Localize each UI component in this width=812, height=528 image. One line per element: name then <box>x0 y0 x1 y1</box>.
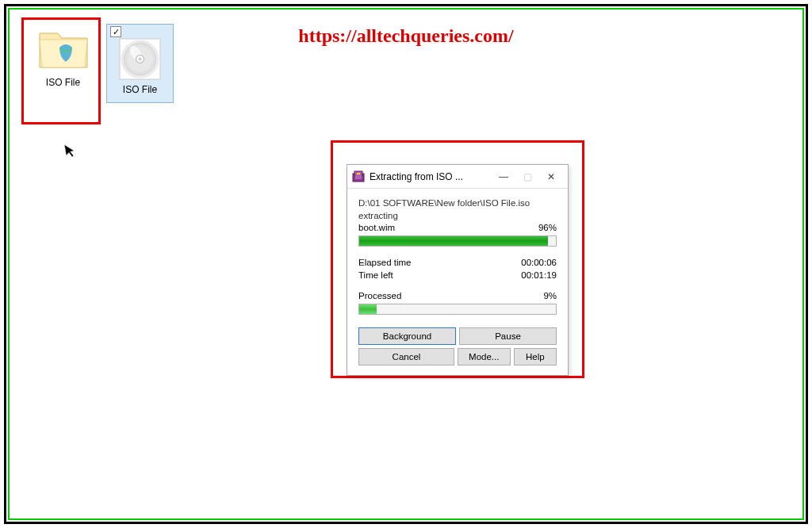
dialog-titlebar[interactable]: Extracting from ISO ... — ▢ ✕ <box>347 165 568 189</box>
background-button[interactable]: Background <box>358 327 456 345</box>
folder-icon <box>36 24 91 71</box>
iso-label: ISO File <box>123 84 157 95</box>
processed-label: Processed <box>358 291 401 300</box>
dialog-title: Extracting from ISO ... <box>370 171 492 182</box>
help-button[interactable]: Help <box>514 348 557 365</box>
desktop-icon-iso[interactable]: ✓ ISO File <box>106 24 174 103</box>
mouse-cursor-icon <box>63 142 79 163</box>
timeleft-value: 00:01:19 <box>521 269 557 281</box>
maximize-button: ▢ <box>515 168 539 186</box>
current-file: boot.wim <box>358 223 395 232</box>
processed-percent: 9% <box>543 291 557 300</box>
minimize-button[interactable]: — <box>492 168 515 186</box>
folder-label: ISO File <box>29 77 97 88</box>
desktop-area: https://alltechqueries.com/ ISO File ✓ <box>8 8 804 520</box>
disc-icon <box>118 37 162 81</box>
cancel-button[interactable]: Cancel <box>358 348 454 365</box>
elapsed-label: Elapsed time <box>358 256 411 269</box>
elapsed-value: 00:00:06 <box>521 256 557 269</box>
timeleft-label: Time left <box>358 269 393 281</box>
svg-point-5 <box>139 58 142 61</box>
extract-dialog: Extracting from ISO ... — ▢ ✕ D:\01 SOFT… <box>347 164 569 376</box>
extract-path: D:\01 SOFTWARE\New folder\ISO File.iso <box>358 197 557 209</box>
mode-button[interactable]: Mode... <box>458 348 511 365</box>
svg-rect-8 <box>357 173 360 174</box>
watermark-url: https://alltechqueries.com/ <box>298 25 513 47</box>
extract-status: extracting <box>358 209 557 222</box>
file-percent: 96% <box>538 223 557 232</box>
pause-button[interactable]: Pause <box>459 327 557 345</box>
total-progress-bar <box>358 304 557 315</box>
desktop-icon-folder[interactable]: ISO File <box>29 24 97 88</box>
selection-checkbox[interactable]: ✓ <box>110 26 121 37</box>
winrar-icon <box>352 170 365 183</box>
file-progress-bar <box>358 235 557 247</box>
close-button[interactable]: ✕ <box>539 168 563 186</box>
